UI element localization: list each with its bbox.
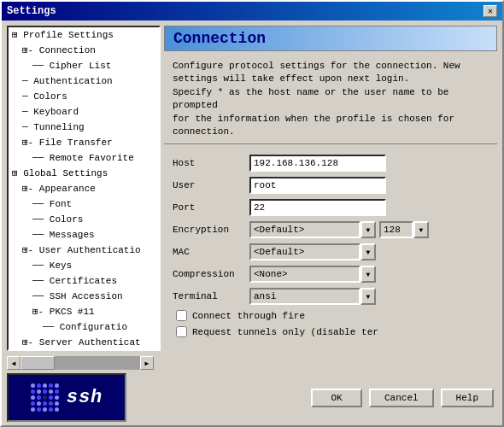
host-row: Host (173, 155, 489, 172)
dot (37, 383, 41, 388)
tree-item-messages[interactable]: ── Messages (9, 227, 159, 243)
tree-item-profile-settings[interactable]: ⊞ Profile Settings (9, 27, 159, 43)
desc-line2: settings will take effect upon next logi… (173, 73, 489, 85)
ssh-logo-text: ssh (67, 387, 103, 408)
firewall-checkbox[interactable] (176, 310, 187, 321)
close-button[interactable]: ✕ (483, 5, 497, 17)
mac-dropdown-arrow[interactable]: ▼ (360, 243, 376, 260)
tree-item-ssh-accession[interactable]: ── SSH Accession (9, 289, 159, 304)
scroll-right-btn[interactable]: ▶ (140, 356, 154, 370)
tree-item-tunneling[interactable]: ─ Tunneling (9, 120, 159, 135)
ssh-logo: ssh (7, 373, 126, 422)
tree-scrollbar[interactable]: ◀ ▶ (7, 356, 154, 370)
settings-window: Settings ✕ ⊞ Profile Settings ⊞- Connect… (0, 0, 504, 427)
scroll-track (21, 356, 140, 370)
tree-item-certificates[interactable]: ── Certificates (9, 273, 159, 289)
compression-row: Compression <None> ▼ (173, 266, 489, 283)
tree-item-app-colors[interactable]: ── Colors (9, 212, 159, 227)
dot (49, 389, 53, 394)
firewall-row: Connect through fire (173, 310, 489, 321)
user-label: User (173, 180, 249, 190)
dot (37, 407, 41, 412)
terminal-label: Terminal (173, 291, 249, 301)
tree-item-user-auth[interactable]: ⊞- User Authenticatio (9, 243, 159, 258)
cancel-button[interactable]: Cancel (369, 389, 434, 407)
host-input[interactable] (249, 155, 386, 172)
ssh-logo-dots (31, 383, 60, 412)
tree-item-connection[interactable]: ⊞- Connection (9, 43, 159, 58)
tree-item-configuration[interactable]: ── Configuratio (9, 319, 159, 335)
dot (49, 401, 53, 406)
compression-select-wrapper: <None> ▼ (249, 266, 376, 283)
bottom-area: ssh OK Cancel Help (2, 370, 502, 425)
dot (49, 383, 53, 388)
mac-select-wrapper: <Default> ▼ (249, 243, 376, 260)
compression-select[interactable]: <None> (249, 266, 360, 283)
host-label: Host (173, 158, 249, 168)
terminal-select-wrapper: ansi ▼ (249, 288, 376, 305)
tree-item-pkcs11[interactable]: ⊞- PKCS #11 (9, 304, 159, 319)
dot (31, 401, 35, 406)
tree-item-cipher-list[interactable]: ── Cipher List (9, 58, 159, 73)
button-area: OK Cancel Help (126, 370, 502, 425)
encryption-bits-select[interactable]: 128 (379, 221, 413, 238)
dot (43, 395, 47, 400)
terminal-dropdown-arrow[interactable]: ▼ (360, 288, 376, 305)
tree-item-host-keys[interactable]: ── Host Keys (9, 350, 159, 351)
port-input[interactable] (249, 199, 386, 216)
tunnels-label: Request tunnels only (disable ter (192, 327, 378, 337)
ssh-logo-inner: ssh (31, 383, 103, 412)
terminal-select[interactable]: ansi (249, 288, 360, 305)
encryption-select[interactable]: <Default> (249, 221, 360, 238)
dot (37, 389, 41, 394)
compression-label: Compression (173, 269, 249, 279)
dot (43, 383, 47, 388)
tree-item-global-settings[interactable]: ⊞ Global Settings (9, 166, 159, 181)
tree-item-server-auth[interactable]: ⊞- Server Authenticat (9, 335, 159, 350)
encryption-select-wrapper: <Default> ▼ (249, 221, 376, 238)
tunnels-checkbox[interactable] (176, 326, 187, 337)
tree-item-colors[interactable]: ─ Colors (9, 89, 159, 104)
encryption-label: Encryption (173, 225, 249, 235)
user-input[interactable] (249, 177, 386, 194)
right-panel: Connection Configure protocol settings f… (164, 26, 497, 351)
encryption-dropdown-arrow[interactable]: ▼ (360, 221, 376, 238)
mac-select[interactable]: <Default> (249, 243, 360, 260)
dot (55, 401, 59, 406)
tree-item-file-transfer[interactable]: ⊞- File Transfer (9, 135, 159, 150)
mac-row: MAC <Default> ▼ (173, 243, 489, 260)
dot (55, 383, 59, 388)
desc-line4: for the information when the profile is … (173, 113, 489, 126)
desc-line3: Specify * as the host name or the user n… (173, 86, 489, 113)
mac-label: MAC (173, 247, 249, 257)
dot (37, 395, 41, 400)
tree-item-remote-favorite[interactable]: ── Remote Favorite (9, 150, 159, 166)
compression-dropdown-arrow[interactable]: ▼ (360, 266, 376, 283)
user-row: User (173, 177, 489, 194)
tree-panel[interactable]: ⊞ Profile Settings ⊞- Connection ── Ciph… (7, 26, 161, 351)
dot (43, 389, 47, 394)
dot (55, 407, 59, 412)
dot (55, 389, 59, 394)
port-row: Port (173, 199, 489, 216)
firewall-label: Connect through fire (192, 311, 305, 321)
dot (49, 395, 53, 400)
tree-item-appearance[interactable]: ⊞- Appearance (9, 181, 159, 196)
help-button[interactable]: Help (441, 389, 494, 407)
dot (55, 395, 59, 400)
encryption-bits-arrow[interactable]: ▼ (413, 221, 429, 238)
dot (43, 407, 47, 412)
encryption-bits-wrapper: 128 ▼ (379, 221, 429, 238)
tree-item-keys[interactable]: ── Keys (9, 258, 159, 273)
dot (31, 383, 35, 388)
tree-item-font[interactable]: ── Font (9, 196, 159, 212)
encryption-row: Encryption <Default> ▼ 128 ▼ (173, 221, 489, 238)
scroll-left-btn[interactable]: ◀ (7, 356, 21, 370)
section-header: Connection (164, 26, 497, 51)
content-area: ⊞ Profile Settings ⊞- Connection ── Ciph… (2, 20, 502, 356)
ok-button[interactable]: OK (311, 389, 362, 407)
tree-item-keyboard[interactable]: ─ Keyboard (9, 104, 159, 120)
tree-item-authentication[interactable]: ─ Authentication (9, 73, 159, 89)
desc-line5: connection. (173, 126, 489, 138)
tunnels-row: Request tunnels only (disable ter (173, 326, 489, 337)
